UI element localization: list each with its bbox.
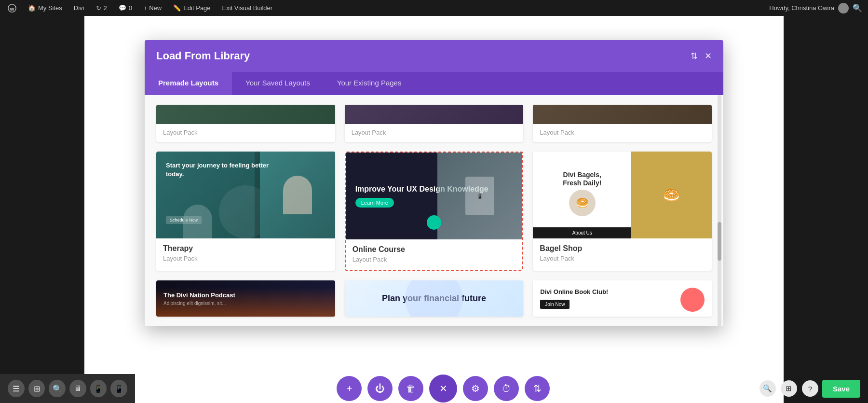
modal-content[interactable]: Layout Pack Layout Pack La — [145, 95, 723, 326]
load-from-library-modal: Load From Library ⇅ ✕ Premade Layouts Yo… — [145, 40, 723, 326]
book-club-cta: Join Now — [540, 300, 570, 309]
card-thumbnail — [156, 105, 335, 124]
close-icon[interactable]: ✕ — [705, 51, 712, 61]
bagel-right-section: 🥯 — [631, 152, 712, 238]
toolbar-left: ☰ ⊞ 🔍 🖥 📱 📱 — [0, 374, 135, 403]
modal-header-icons: ⇅ ✕ — [691, 51, 712, 61]
thumbnail-image — [156, 105, 335, 124]
save-button[interactable]: Save — [822, 380, 860, 398]
finance-thumb-bg: Plan your financial future — [345, 280, 524, 317]
book-club-circle-decor — [680, 288, 705, 312]
edit-page-button[interactable]: ✏️ Edit Page — [171, 4, 212, 12]
book-club-title: Divi Online Book Club! — [540, 288, 705, 296]
therapy-card-type: Layout Pack — [163, 255, 328, 262]
history-button[interactable]: ⏱ — [494, 376, 519, 401]
therapy-card-name: Therapy — [163, 244, 328, 253]
therapy-card[interactable]: Start your journey to feeling better tod… — [156, 152, 335, 271]
trash-button[interactable]: 🗑 — [398, 376, 423, 401]
swap-button[interactable]: ⇅ — [525, 376, 550, 401]
user-avatar[interactable] — [838, 3, 849, 14]
my-sites-link[interactable]: 🏠 My Sites — [26, 4, 64, 12]
search-icon[interactable]: 🔍 — [760, 380, 776, 397]
podcast-title: The Divi Nation Podcast — [163, 292, 328, 299]
modal-tabs: Premade Layouts Your Saved Layouts Your … — [145, 72, 723, 95]
comments-link[interactable]: 💬 0 — [117, 4, 134, 12]
exit-visual-builder-button[interactable]: Exit Visual Builder — [220, 4, 275, 12]
online-course-card-name: Online Course — [353, 245, 516, 254]
bagel-left-section: Divi Bagels,Fresh Daily! 🥯 — [533, 152, 631, 238]
finance-card[interactable]: Plan your financial future — [345, 280, 524, 317]
book-club-thumbnail: Divi Online Book Club! Join Now — [533, 280, 712, 317]
list-item[interactable]: Layout Pack — [533, 105, 712, 142]
tab-premade-layouts[interactable]: Premade Layouts — [145, 72, 232, 95]
close-button[interactable]: ✕ — [429, 375, 457, 403]
search-icon[interactable]: 🔍 — [853, 3, 862, 13]
admin-bar: W 🏠 My Sites Divi ↻ 2 💬 0 + New ✏️ Edit … — [0, 0, 868, 16]
top-partial-row: Layout Pack Layout Pack La — [156, 105, 712, 142]
grid-button[interactable]: ⊞ — [28, 380, 45, 397]
mobile-button[interactable]: 📱 — [110, 380, 127, 397]
online-course-thumbnail: Improve Your UX Design Knowledge Learn M… — [346, 153, 523, 239]
modal-title: Load From Library — [156, 50, 250, 62]
online-course-card[interactable]: Improve Your UX Design Knowledge Learn M… — [345, 152, 524, 271]
bagel-photo: 🥯 — [663, 187, 680, 203]
help-icon[interactable]: ? — [802, 380, 818, 397]
bagel-shop-card-name: Bagel Shop — [540, 244, 705, 253]
right-icons-group: 🔍 ⊞ ? — [760, 380, 818, 397]
layers-icon[interactable]: ⊞ — [781, 380, 797, 397]
card-info: Layout Pack — [156, 124, 335, 142]
tab-existing-pages[interactable]: Your Existing Pages — [324, 72, 415, 95]
podcast-card[interactable]: The Divi Nation Podcast Adipiscing elit … — [156, 280, 335, 317]
list-item[interactable]: Layout Pack — [156, 105, 335, 142]
bagel-bottom-bar: About Us — [533, 227, 631, 238]
updates-link[interactable]: ↻ 2 — [94, 4, 109, 12]
modal-header: Load From Library ⇅ ✕ — [145, 40, 723, 72]
oc-cta-button: Learn More — [355, 198, 394, 208]
toolbar-right: 🔍 ⊞ ? Save — [752, 374, 868, 403]
divi-link[interactable]: Divi — [72, 4, 86, 12]
card-thumbnail — [533, 105, 712, 124]
podcast-thumb-bg: The Divi Nation Podcast Adipiscing elit … — [156, 280, 335, 317]
card-info: Layout Pack — [533, 124, 712, 142]
book-club-card[interactable]: Divi Online Book Club! Join Now — [533, 280, 712, 317]
bottom-toolbar: ☰ ⊞ 🔍 🖥 📱 📱 + ⏻ 🗑 ✕ ⚙ ⏱ ⇅ 🔍 ⊞ ? Save — [0, 374, 868, 403]
finance-circle-decor — [405, 280, 463, 317]
gear-button[interactable]: ⚙ — [463, 376, 488, 401]
online-course-thumb-bg: Improve Your UX Design Knowledge Learn M… — [346, 153, 523, 239]
online-course-card-info: Online Course Layout Pack — [346, 239, 523, 270]
wp-logo[interactable]: W — [6, 4, 18, 13]
bagel-shop-title: Divi Bagels,Fresh Daily! — [563, 171, 601, 187]
card-type: Layout Pack — [540, 129, 705, 136]
search-button[interactable]: 🔍 — [49, 380, 66, 397]
therapy-card-info: Therapy Layout Pack — [156, 238, 335, 269]
bottom-layout-grid: The Divi Nation Podcast Adipiscing elit … — [156, 280, 712, 317]
thumbnail-image — [345, 105, 524, 124]
toolbar-center: + ⏻ 🗑 ✕ ⚙ ⏱ ⇅ — [135, 375, 752, 403]
bagel-circle-icon: 🥯 — [569, 190, 596, 216]
online-course-card-type: Layout Pack — [353, 256, 516, 263]
card-type: Layout Pack — [352, 129, 517, 136]
book-club-thumb-bg: Divi Online Book Club! Join Now — [533, 280, 712, 317]
card-thumbnail — [345, 105, 524, 124]
bagel-shop-thumbnail: Divi Bagels,Fresh Daily! 🥯 🥯 About Us — [533, 152, 712, 238]
finance-thumbnail: Plan your financial future — [345, 280, 524, 317]
list-item[interactable]: Layout Pack — [345, 105, 524, 142]
desktop-button[interactable]: 🖥 — [69, 380, 86, 397]
tablet-button[interactable]: 📱 — [90, 380, 107, 397]
sort-icon[interactable]: ⇅ — [691, 51, 698, 61]
modal-overlay: Load From Library ⇅ ✕ Premade Layouts Yo… — [0, 16, 868, 374]
scrollbar-thumb[interactable] — [718, 222, 721, 261]
bagel-shop-card-type: Layout Pack — [540, 255, 705, 262]
bagel-shop-card[interactable]: Divi Bagels,Fresh Daily! 🥯 🥯 About Us Ba… — [533, 152, 712, 271]
therapy-thumb-bg: Start your journey to feeling better tod… — [156, 152, 335, 238]
new-button[interactable]: + New — [142, 4, 163, 12]
podcast-thumbnail: The Divi Nation Podcast Adipiscing elit … — [156, 280, 335, 317]
menu-button[interactable]: ☰ — [8, 380, 25, 397]
tab-saved-layouts[interactable]: Your Saved Layouts — [232, 72, 324, 95]
bagel-shop-card-info: Bagel Shop Layout Pack — [533, 238, 712, 269]
power-button[interactable]: ⏻ — [367, 376, 393, 401]
svg-text:W: W — [10, 6, 14, 11]
scrollbar-track[interactable] — [718, 95, 721, 326]
add-button[interactable]: + — [337, 376, 362, 401]
card-type: Layout Pack — [163, 129, 328, 136]
